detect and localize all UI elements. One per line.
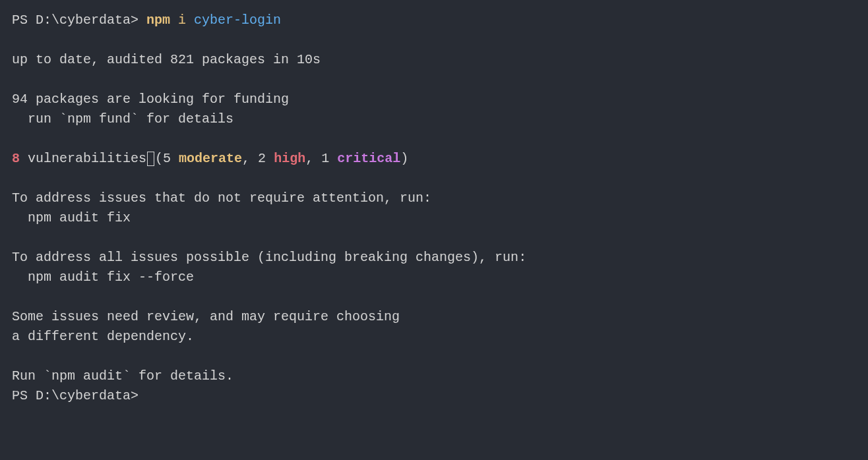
severity-moderate: moderate: [179, 151, 242, 166]
funding-line-1: 94 packages are looking for funding: [12, 90, 856, 109]
missing-glyph-icon: [147, 152, 154, 166]
review-line-1: Some issues need review, and may require…: [12, 307, 856, 327]
blank-line: [12, 347, 856, 366]
blank-line: [12, 287, 856, 307]
terminal-output[interactable]: PS D:\cyberdata> npm i cyber-login up to…: [12, 11, 856, 406]
address-line-4: npm audit fix --force: [12, 268, 856, 287]
severity-high: high: [274, 151, 305, 166]
prompt-path: D:\cyberdata>: [36, 13, 139, 28]
severity-critical: critical: [337, 151, 400, 166]
command-line-1: PS D:\cyberdata> npm i cyber-login: [12, 11, 856, 30]
vulnerabilities-line: 8 vulnerabilities(5 moderate, 2 high, 1 …: [12, 149, 856, 169]
audit-summary-line: up to date, audited 821 packages in 10s: [12, 50, 856, 70]
review-line-2: a different dependency.: [12, 327, 856, 347]
vuln-count: 8: [12, 151, 20, 166]
address-line-3: To address all issues possible (includin…: [12, 248, 856, 268]
blank-line: [12, 169, 856, 188]
gutter-prompt-icon: ○: [13, 386, 18, 400]
blank-line: [12, 228, 856, 248]
address-line-1: To address issues that do not require at…: [12, 188, 856, 208]
command-subcommand: i: [170, 13, 186, 28]
audit-details-line: Run `npm audit` for details.: [12, 366, 856, 386]
vuln-label: vulnerabilities: [20, 151, 146, 166]
funding-line-2: run `npm fund` for details: [12, 109, 856, 129]
command-argument: cyber-login: [186, 13, 281, 28]
address-line-2: npm audit fix: [12, 208, 856, 228]
prompt-shell: PS: [12, 13, 36, 28]
prompt-path: D:\cyberdata>: [36, 388, 139, 403]
command-keyword: npm: [146, 13, 170, 28]
blank-line: [12, 129, 856, 149]
command-line-2[interactable]: PS D:\cyberdata>: [12, 386, 856, 406]
blank-line: [12, 70, 856, 90]
blank-line: [12, 30, 856, 50]
